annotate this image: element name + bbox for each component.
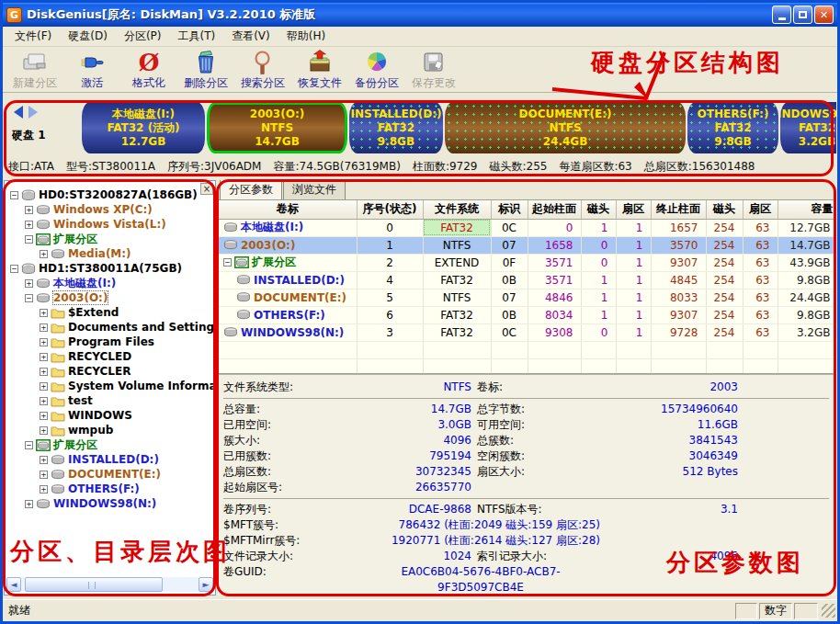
partition-name-cell: DOCUMENT(E:) (219, 289, 357, 306)
column-header[interactable]: 终止柱面 (651, 200, 706, 219)
backup-partition-button[interactable]: 备份分区 (348, 49, 405, 91)
tree-item[interactable]: +WINDOWS98(N:) (6, 496, 213, 511)
minimize-button[interactable] (772, 6, 791, 24)
tree-item[interactable]: +WINDOWS (6, 408, 213, 423)
expand-toggle-icon[interactable]: − (25, 235, 33, 244)
expand-toggle-icon[interactable]: − (25, 294, 33, 302)
tree-item[interactable]: +Windows Vista(L:) (6, 217, 213, 232)
tree-item[interactable]: −HD1:ST380011A(75GB) (6, 261, 213, 276)
tree-item[interactable]: +Documents and Settings (6, 320, 213, 335)
ext-icon (234, 256, 249, 268)
tree-item[interactable]: +System Volume Informati (6, 379, 213, 393)
menu-item[interactable]: 文件(F) (6, 27, 60, 46)
expand-toggle-icon[interactable]: + (40, 309, 48, 317)
expand-toggle-icon[interactable]: + (25, 221, 33, 229)
search-partition-button[interactable]: 搜索分区 (234, 49, 291, 91)
tree-item[interactable]: +DOCUMENT(E:) (6, 467, 213, 482)
resize-grip[interactable] (822, 604, 835, 618)
previous-disk-button left-arrow-icon[interactable] (14, 106, 23, 119)
next-disk-button right-arrow-icon[interactable] (28, 106, 38, 119)
partition-segment[interactable]: DOCUMENT(E:)NTFS24.4GB (445, 102, 686, 153)
expand-toggle-icon[interactable]: − (10, 265, 18, 273)
menu-item[interactable]: 查看(V) (223, 27, 278, 46)
activate-button[interactable]: 激活 (63, 49, 120, 91)
scroll-left-button left-arrow-icon[interactable]: ◄ (6, 577, 21, 592)
recover-files-button[interactable]: 恢复文件 (291, 49, 348, 91)
search-icon (249, 50, 277, 75)
tab-partition-params[interactable]: 分区参数 (220, 180, 282, 199)
expand-toggle-icon[interactable]: + (40, 397, 48, 405)
partition-segment[interactable]: OTHERS(F:)FAT329.8GB (687, 102, 778, 153)
column-header[interactable]: 标识 (491, 200, 528, 219)
expand-toggle-icon[interactable]: + (40, 353, 48, 361)
expand-toggle-icon[interactable]: + (40, 426, 48, 435)
tree-item[interactable]: +OTHERS(F:) (6, 482, 213, 496)
column-header[interactable]: 序号(状态) (357, 200, 423, 219)
tree-item[interactable]: +wmpub (6, 423, 213, 437)
expand-toggle-icon[interactable]: + (40, 382, 48, 391)
partition-row[interactable]: DOCUMENT(E:)5NTFS0748461180332546324.4GB (219, 289, 836, 306)
menu-item[interactable]: 硬盘(D) (60, 27, 116, 46)
tree-item[interactable]: +test (6, 393, 213, 408)
horizontal-scrollbar[interactable]: ◄ ► (6, 577, 213, 592)
expand-toggle-icon[interactable]: + (40, 456, 48, 464)
column-header[interactable]: 磁头 (581, 200, 616, 219)
tree-item[interactable]: −扩展分区 (6, 232, 213, 246)
expand-toggle-icon[interactable]: + (40, 471, 48, 479)
partition-row[interactable]: −扩展分区2EXTEND0F35710193072546343.9GB (219, 254, 836, 271)
expand-toggle-icon[interactable]: − (223, 258, 232, 267)
column-header[interactable]: 扇区 (616, 200, 651, 219)
partition-segment[interactable]: 本地磁盘(I:)FAT32 (活动)12.7GB (82, 102, 205, 153)
expand-toggle-icon[interactable]: + (25, 206, 33, 214)
partition-row[interactable]: WINDOWS98(N:)3FAT320C9308019728254633.2G… (219, 323, 836, 341)
partition-row[interactable]: 本地磁盘(I:)0FAT320C01116572546312.7GB (219, 219, 836, 236)
column-header[interactable]: 卷标 (219, 200, 357, 219)
close-button[interactable]: ✕ (814, 6, 834, 24)
partition-row[interactable]: OTHERS(F:)6FAT320B8034119307254639.8GB (219, 306, 836, 323)
scrollbar-thumb[interactable] (25, 577, 163, 592)
partition-segment[interactable]: 2003(O:)NTFS14.7GB (207, 102, 347, 153)
expand-toggle-icon[interactable]: + (40, 368, 48, 376)
expand-toggle-icon[interactable]: + (25, 500, 33, 508)
column-header[interactable]: 扇区 (743, 200, 778, 219)
column-header[interactable]: 文件系统 (423, 200, 491, 219)
expand-toggle-icon[interactable]: + (40, 338, 48, 346)
expand-toggle-icon[interactable]: + (40, 485, 48, 494)
cell: 9728 (651, 323, 706, 341)
tree-item[interactable]: −HD0:ST3200827A(186GB) (6, 187, 213, 202)
expand-toggle-icon[interactable]: + (40, 250, 48, 258)
column-header[interactable]: 容量 (778, 200, 836, 219)
detail-label: 空闲簇数: (471, 448, 600, 464)
tree-item[interactable]: +RECYCLER (6, 364, 213, 379)
tree-item[interactable]: +$Extend (6, 305, 213, 320)
tree-item[interactable]: +Media(M:) (6, 246, 213, 261)
tree-item[interactable]: +Windows XP(C:) (6, 202, 213, 217)
partition-row[interactable]: 2003(O:)1NTFS0716580135702546314.7GB (219, 236, 836, 254)
menu-item[interactable]: 工具(T) (169, 27, 223, 46)
expand-toggle-icon[interactable]: + (40, 412, 48, 420)
scroll-right-button right-arrow-icon[interactable]: ► (199, 577, 213, 592)
column-header[interactable]: 起始柱面 (528, 200, 581, 219)
menu-item[interactable]: 分区(P) (116, 27, 170, 46)
menu-item[interactable]: 帮助(H) (278, 27, 334, 46)
tree-item[interactable]: +Program Files (6, 335, 213, 349)
tree-item[interactable]: +RECYCLED (6, 349, 213, 364)
expand-toggle-icon[interactable]: + (40, 323, 48, 332)
partition-name-cell: −扩展分区 (219, 254, 357, 271)
column-header[interactable]: 磁头 (706, 200, 743, 219)
maximize-button[interactable] (793, 6, 812, 24)
tree-item[interactable]: −扩展分区 (6, 437, 213, 452)
format-button[interactable]: Ø格式化 (120, 49, 177, 91)
tree-item[interactable]: +本地磁盘(I:) (6, 276, 213, 290)
expand-toggle-icon[interactable]: − (25, 441, 33, 449)
partition-segment[interactable]: WINDOWS98(N:)FAT323.2GB (780, 102, 836, 153)
tree-item[interactable]: +INSTALLED(D:) (6, 452, 213, 467)
expand-toggle-icon[interactable]: + (25, 279, 33, 288)
partition-tree: −HD0:ST3200827A(186GB)+Windows XP(C:)+Wi… (6, 187, 213, 511)
partition-row[interactable]: INSTALLED(D:)4FAT320B3571114845254639.8G… (219, 271, 836, 289)
partition-segment[interactable]: INSTALLED(D:)FAT329.8GB (349, 102, 443, 153)
tab-browse-files[interactable]: 浏览文件 (283, 180, 346, 199)
tree-item[interactable]: −2003(O:) (6, 290, 213, 305)
expand-toggle-icon[interactable]: − (10, 191, 18, 199)
delete-partition-button[interactable]: 删除分区 (177, 49, 234, 91)
